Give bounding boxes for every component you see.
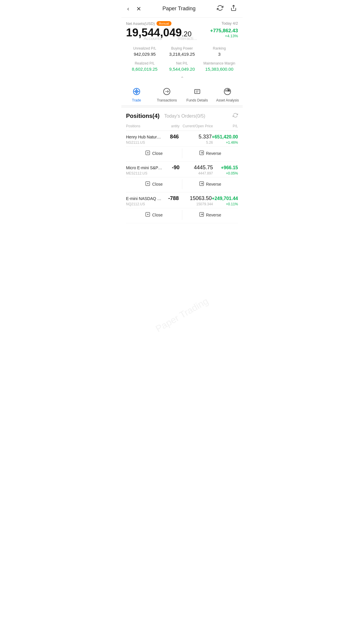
close-icon: [145, 181, 150, 187]
header-right: [216, 4, 238, 14]
pos-name: Henry Hub Natural Gas NO...: [126, 135, 162, 139]
stat-label: Buying Power: [164, 46, 199, 50]
stat-value: 942,029.95: [127, 52, 162, 57]
pos-ticker: MES2112.US: [126, 171, 163, 175]
orders-title: Today's Orders(0/5): [164, 114, 205, 119]
stat-label: Realized P/L: [127, 61, 162, 65]
position-row: Henry Hub Natural Gas NO... 846 5.337 +6…: [126, 131, 238, 162]
tab-asset[interactable]: Asset Analysis: [212, 86, 243, 105]
main-amount: 19,544,049.20: [126, 27, 192, 38]
summary-top: Net Assets(USD) Annual Today 4/2: [126, 21, 238, 26]
reverse-button-0[interactable]: Reverse: [182, 148, 238, 158]
pos-actions: Close Reverse: [126, 208, 238, 223]
stat-value: 3,218,419.25: [164, 52, 199, 57]
stat-item: Buying Power 3,218,419.25: [163, 44, 200, 59]
pos-pl: +249,701.44: [212, 196, 238, 201]
header: ‹ ✕ Paper Trading: [121, 0, 243, 18]
pos-pl: +966.15: [213, 165, 238, 170]
pos-open-price: 4447.897: [163, 171, 213, 175]
stat-item: Realized P/L 8,602,019.25: [126, 59, 163, 74]
positions-list: Henry Hub Natural Gas NO... 846 5.337 +6…: [126, 131, 238, 223]
close-icon: [145, 150, 150, 157]
position-row: Micro E-mini S&P 500 Inde... -90 4445.75…: [126, 162, 238, 192]
annual-badge: Annual: [157, 21, 171, 26]
pos-main: Micro E-mini S&P 500 Inde... -90 4445.75…: [126, 165, 238, 171]
pos-quantity: -90: [163, 165, 179, 171]
stat-label: Unrealized P/L: [127, 46, 162, 50]
positions-header: Positions(4) Today's Orders(0/5): [126, 113, 238, 119]
tab-label-trade: Trade: [132, 98, 141, 102]
table-header: Positions antity Current/Open Price P/L: [126, 123, 238, 131]
col-price: Current/Open Price: [179, 124, 213, 128]
pos-pl-pct: +1.46%: [213, 140, 238, 145]
pos-main: Henry Hub Natural Gas NO... 846 5.337 +6…: [126, 134, 238, 140]
stat-label: Maintenance Margin: [202, 61, 237, 65]
pos-open-price: 5.26: [163, 140, 213, 145]
today-label: Today 4/2: [222, 21, 238, 26]
header-left: ‹ ✕: [126, 4, 142, 13]
close-button[interactable]: ✕: [135, 4, 142, 13]
tab-trade[interactable]: Trade: [121, 86, 152, 105]
net-assets-label: Net Assets(USD): [126, 21, 155, 26]
pos-current-price: 4445.75: [179, 165, 213, 171]
stat-value: 9,544,049.20: [164, 67, 199, 72]
positions-refresh-button[interactable]: [233, 113, 238, 119]
tab-transactions[interactable]: Transactions: [152, 86, 182, 105]
collapse-arrow[interactable]: ⌃: [121, 74, 243, 83]
svg-rect-7: [195, 89, 200, 94]
gain-value: +775,862.43: [210, 28, 238, 34]
back-button[interactable]: ‹: [126, 4, 130, 13]
tab-label-transactions: Transactions: [157, 98, 177, 102]
reverse-button-2[interactable]: Reverse: [182, 210, 238, 220]
col-positions: Positions: [126, 124, 163, 128]
pos-current-price: 15063.50: [179, 195, 212, 201]
pos-actions: Close Reverse: [126, 146, 238, 161]
stats-grid: Unrealized P/L 942,029.95 Buying Power 3…: [121, 40, 243, 74]
pos-actions: Close Reverse: [126, 177, 238, 192]
tab-label-asset: Asset Analysis: [216, 98, 239, 102]
pos-current-price: 5.337: [179, 134, 212, 140]
stat-value: 8,602,019.25: [127, 67, 162, 72]
page-title: Paper Trading: [162, 6, 195, 12]
reverse-button-1[interactable]: Reverse: [182, 179, 238, 189]
pos-pl-pct: +0.05%: [213, 171, 238, 175]
pos-main: E-mini NASDAQ 100 DEC1 -788 15063.50 +24…: [126, 195, 238, 202]
tab-icon-trade: [133, 88, 140, 97]
close-icon: [145, 212, 150, 218]
close-button-2[interactable]: Close: [126, 210, 182, 220]
reverse-icon: [199, 212, 204, 218]
stat-label: Net P/L: [164, 61, 199, 65]
pos-pl: +651,420.00: [212, 134, 238, 140]
tab-bar: Trade Transactions Funds Details Asset A…: [121, 83, 243, 106]
summary-section: Net Assets(USD) Annual Today 4/2 Account…: [121, 18, 243, 40]
positions-title: Positions(4): [126, 113, 159, 119]
close-button-0[interactable]: Close: [126, 148, 182, 158]
tab-funds[interactable]: Funds Details: [182, 86, 212, 105]
stat-item: Unrealized P/L 942,029.95: [126, 44, 163, 59]
amount-row: 19,544,049.20 +775,862.43 +4.13%: [126, 27, 238, 38]
gain-block: +775,862.43 +4.13%: [210, 28, 238, 38]
tab-label-funds: Funds Details: [186, 98, 208, 102]
pos-name: E-mini NASDAQ 100 DEC1: [126, 196, 162, 201]
col-pl: P/L: [213, 124, 238, 128]
tab-icon-asset: [224, 88, 231, 97]
position-row: E-mini NASDAQ 100 DEC1 -788 15063.50 +24…: [126, 192, 238, 223]
stat-item: Ranking 3: [201, 44, 238, 59]
share-button[interactable]: [229, 4, 238, 14]
pos-sub: NQ2112.US 15079.344 +0.11%: [126, 202, 238, 208]
stat-value: 3: [202, 52, 237, 57]
col-quantity: antity: [163, 124, 179, 128]
stat-label: Ranking: [202, 46, 237, 50]
pos-quantity: -788: [162, 195, 179, 201]
pos-sub: MES2112.US 4447.897 +0.05%: [126, 171, 238, 177]
gain-pct: +4.13%: [210, 34, 238, 38]
reverse-icon: [199, 181, 204, 187]
stat-item: Maintenance Margin 15,383,600.00: [201, 59, 238, 74]
close-button-1[interactable]: Close: [126, 179, 182, 189]
stat-value: 15,383,600.00: [202, 67, 237, 72]
stat-item: Net P/L 9,544,049.20: [163, 59, 200, 74]
pos-open-price: 15079.344: [163, 202, 213, 206]
refresh-button[interactable]: [216, 4, 224, 14]
pos-quantity: 846: [162, 134, 179, 140]
tab-icon-funds: [193, 88, 201, 97]
